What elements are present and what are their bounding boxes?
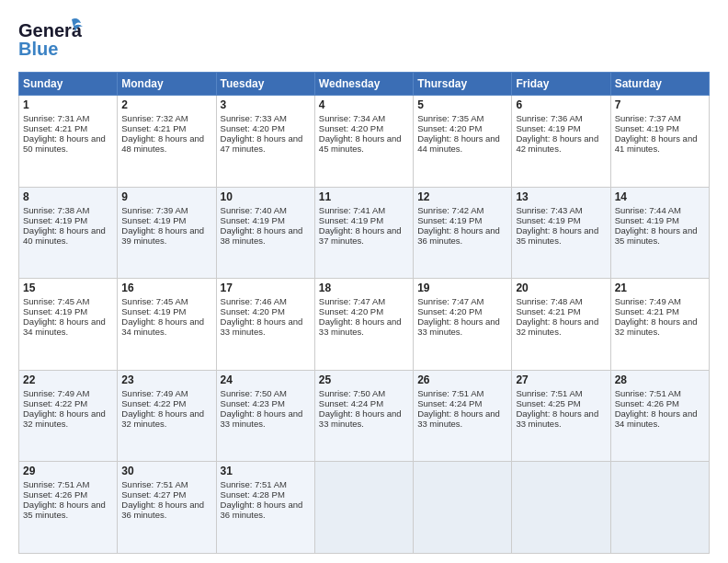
calendar-cell: 1Sunrise: 7:31 AMSunset: 4:21 PMDaylight…: [19, 96, 118, 188]
sunrise-text: Sunrise: 7:40 AM: [221, 205, 311, 215]
sunrise-text: Sunrise: 7:51 AM: [615, 388, 705, 398]
calendar-cell: 18Sunrise: 7:47 AMSunset: 4:20 PMDayligh…: [314, 279, 413, 371]
sunset-text: Sunset: 4:20 PM: [417, 306, 507, 316]
day-number: 9: [121, 190, 211, 203]
sunset-text: Sunset: 4:24 PM: [417, 398, 507, 408]
daylight-text: Daylight: 8 hours and 33 minutes.: [319, 408, 409, 429]
sunrise-text: Sunrise: 7:49 AM: [615, 296, 705, 306]
sunset-text: Sunset: 4:21 PM: [516, 306, 606, 316]
daylight-text: Daylight: 8 hours and 34 minutes.: [615, 408, 705, 429]
calendar-cell: 26Sunrise: 7:51 AMSunset: 4:24 PMDayligh…: [414, 370, 512, 462]
daylight-text: Daylight: 8 hours and 35 minutes.: [516, 225, 606, 246]
day-number: 25: [319, 373, 409, 386]
sunset-text: Sunset: 4:22 PM: [121, 398, 211, 408]
calendar-cell: 7Sunrise: 7:37 AMSunset: 4:19 PMDaylight…: [610, 96, 709, 188]
sunset-text: Sunset: 4:20 PM: [319, 123, 409, 133]
sunset-text: Sunset: 4:28 PM: [221, 489, 311, 500]
calendar-week-3: 15Sunrise: 7:45 AMSunset: 4:19 PMDayligh…: [19, 279, 710, 371]
calendar-week-4: 22Sunrise: 7:49 AMSunset: 4:22 PMDayligh…: [19, 370, 710, 462]
calendar-cell: 13Sunrise: 7:43 AMSunset: 4:19 PMDayligh…: [512, 187, 610, 279]
day-number: 26: [417, 373, 507, 386]
day-header-monday: Monday: [118, 73, 216, 96]
sunset-text: Sunset: 4:20 PM: [221, 306, 311, 316]
day-number: 1: [23, 98, 113, 111]
daylight-text: Daylight: 8 hours and 39 minutes.: [121, 225, 211, 246]
daylight-text: Daylight: 8 hours and 38 minutes.: [221, 225, 311, 246]
sunset-text: Sunset: 4:19 PM: [615, 123, 705, 133]
sunrise-text: Sunrise: 7:51 AM: [516, 388, 606, 398]
sunrise-text: Sunrise: 7:45 AM: [23, 296, 113, 306]
calendar-cell: 3Sunrise: 7:33 AMSunset: 4:20 PMDaylight…: [216, 96, 314, 188]
sunrise-text: Sunrise: 7:47 AM: [417, 296, 507, 306]
daylight-text: Daylight: 8 hours and 34 minutes.: [121, 316, 211, 337]
day-number: 31: [221, 465, 311, 477]
day-header-tuesday: Tuesday: [216, 73, 314, 96]
daylight-text: Daylight: 8 hours and 33 minutes.: [221, 316, 311, 337]
sunrise-text: Sunrise: 7:32 AM: [121, 113, 211, 123]
calendar-page: GeneralBlue SundayMondayTuesdayWednesday…: [0, 0, 728, 563]
daylight-text: Daylight: 8 hours and 44 minutes.: [417, 133, 507, 154]
calendar-cell: 11Sunrise: 7:41 AMSunset: 4:19 PMDayligh…: [314, 187, 413, 279]
daylight-text: Daylight: 8 hours and 33 minutes.: [417, 316, 507, 337]
sunrise-text: Sunrise: 7:39 AM: [121, 205, 211, 215]
sunset-text: Sunset: 4:24 PM: [319, 398, 409, 408]
sunrise-text: Sunrise: 7:49 AM: [121, 388, 211, 398]
daylight-text: Daylight: 8 hours and 41 minutes.: [615, 133, 705, 154]
calendar-week-5: 29Sunrise: 7:51 AMSunset: 4:26 PMDayligh…: [19, 462, 710, 554]
daylight-text: Daylight: 8 hours and 33 minutes.: [516, 408, 606, 429]
sunset-text: Sunset: 4:19 PM: [319, 215, 409, 225]
calendar-cell: [512, 462, 610, 554]
calendar-cell: [314, 462, 413, 554]
sunset-text: Sunset: 4:19 PM: [516, 215, 606, 225]
daylight-text: Daylight: 8 hours and 40 minutes.: [23, 225, 113, 246]
sunset-text: Sunset: 4:19 PM: [23, 215, 113, 225]
calendar-week-1: 1Sunrise: 7:31 AMSunset: 4:21 PMDaylight…: [19, 96, 710, 188]
calendar-cell: 12Sunrise: 7:42 AMSunset: 4:19 PMDayligh…: [414, 187, 512, 279]
daylight-text: Daylight: 8 hours and 32 minutes.: [615, 316, 705, 337]
daylight-text: Daylight: 8 hours and 50 minutes.: [23, 133, 113, 154]
day-number: 30: [121, 465, 211, 477]
sunset-text: Sunset: 4:19 PM: [121, 215, 211, 225]
sunrise-text: Sunrise: 7:50 AM: [319, 388, 409, 398]
sunset-text: Sunset: 4:20 PM: [319, 306, 409, 316]
sunrise-text: Sunrise: 7:37 AM: [615, 113, 705, 123]
sunset-text: Sunset: 4:19 PM: [221, 215, 311, 225]
calendar-cell: 14Sunrise: 7:44 AMSunset: 4:19 PMDayligh…: [610, 187, 709, 279]
calendar-cell: 2Sunrise: 7:32 AMSunset: 4:21 PMDaylight…: [118, 96, 216, 188]
sunrise-text: Sunrise: 7:47 AM: [319, 296, 409, 306]
calendar-cell: 19Sunrise: 7:47 AMSunset: 4:20 PMDayligh…: [414, 279, 512, 371]
header: GeneralBlue: [18, 17, 710, 63]
day-number: 23: [121, 373, 211, 386]
calendar-cell: 28Sunrise: 7:51 AMSunset: 4:26 PMDayligh…: [610, 370, 709, 462]
calendar-cell: 25Sunrise: 7:50 AMSunset: 4:24 PMDayligh…: [314, 370, 413, 462]
day-number: 6: [516, 98, 606, 111]
sunrise-text: Sunrise: 7:43 AM: [516, 205, 606, 215]
day-number: 28: [615, 373, 705, 386]
day-header-thursday: Thursday: [414, 73, 512, 96]
daylight-text: Daylight: 8 hours and 36 minutes.: [121, 500, 211, 520]
sunrise-text: Sunrise: 7:51 AM: [221, 479, 311, 489]
day-number: 14: [615, 190, 705, 203]
sunrise-text: Sunrise: 7:48 AM: [516, 296, 606, 306]
sunrise-text: Sunrise: 7:50 AM: [221, 388, 311, 398]
sunset-text: Sunset: 4:19 PM: [417, 215, 507, 225]
daylight-text: Daylight: 8 hours and 32 minutes.: [23, 408, 113, 429]
sunset-text: Sunset: 4:21 PM: [615, 306, 705, 316]
sunrise-text: Sunrise: 7:45 AM: [121, 296, 211, 306]
day-number: 3: [221, 98, 311, 111]
sunrise-text: Sunrise: 7:42 AM: [417, 205, 507, 215]
day-number: 15: [23, 282, 113, 294]
calendar-cell: 5Sunrise: 7:35 AMSunset: 4:20 PMDaylight…: [414, 96, 512, 188]
daylight-text: Daylight: 8 hours and 42 minutes.: [516, 133, 606, 154]
daylight-text: Daylight: 8 hours and 32 minutes.: [121, 408, 211, 429]
day-number: 16: [121, 282, 211, 294]
daylight-text: Daylight: 8 hours and 34 minutes.: [23, 316, 113, 337]
sunset-text: Sunset: 4:19 PM: [121, 306, 211, 316]
sunset-text: Sunset: 4:26 PM: [23, 489, 113, 500]
calendar-cell: 15Sunrise: 7:45 AMSunset: 4:19 PMDayligh…: [19, 279, 118, 371]
logo: GeneralBlue: [18, 17, 83, 63]
header-row: SundayMondayTuesdayWednesdayThursdayFrid…: [19, 73, 710, 96]
calendar-cell: 31Sunrise: 7:51 AMSunset: 4:28 PMDayligh…: [216, 462, 314, 554]
daylight-text: Daylight: 8 hours and 33 minutes.: [319, 316, 409, 337]
daylight-text: Daylight: 8 hours and 33 minutes.: [417, 408, 507, 429]
